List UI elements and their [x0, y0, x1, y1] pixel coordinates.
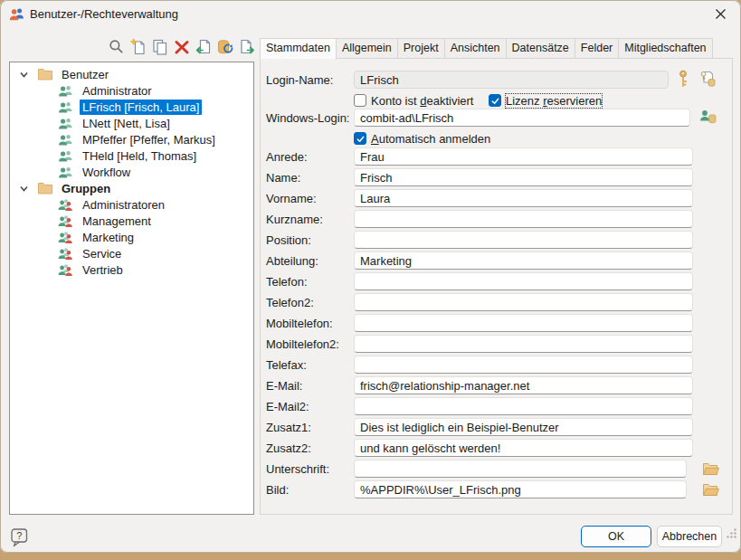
tree-users-list: Administrator LFrisch [Frisch, Laura]: [10, 82, 253, 180]
folder-icon: [38, 68, 52, 81]
user-tree: Benutzer Administrator: [9, 62, 254, 515]
search-button[interactable]: [107, 37, 126, 56]
user-icon: [58, 166, 73, 179]
check-icon: [490, 96, 500, 106]
resize-grip[interactable]: [727, 526, 736, 542]
tree-item-group[interactable]: Administratoren: [10, 196, 253, 213]
copy-user-button[interactable]: [150, 37, 169, 56]
tab[interactable]: Projekt: [397, 38, 445, 59]
tree-item-group[interactable]: Service: [10, 245, 253, 261]
unterschrift-label: Unterschrift:: [266, 462, 329, 476]
field-input[interactable]: [354, 397, 693, 415]
field-input[interactable]: [354, 335, 693, 353]
field-input[interactable]: [354, 439, 693, 457]
browse-unterschrift-button[interactable]: [700, 459, 720, 479]
tab[interactable]: Mitgliedschaften: [618, 38, 712, 59]
automatisch-anmelden-checkbox[interactable]: [354, 132, 366, 145]
tree-item-user[interactable]: Administrator: [10, 82, 253, 99]
field-label: Telefon2:: [266, 293, 354, 311]
copy-user-icon: [151, 38, 169, 56]
tree-label: Administratoren: [80, 197, 167, 213]
automatisch-anmelden-group: Automatisch anmelden: [354, 131, 490, 146]
tab[interactable]: Stammdaten: [260, 38, 337, 60]
form-row: Mobiltelefon2:: [266, 335, 693, 353]
group-icon: [58, 214, 73, 228]
group-icon: [58, 247, 73, 261]
import-button[interactable]: [194, 37, 213, 56]
close-button[interactable]: [700, 0, 741, 27]
field-input[interactable]: [354, 168, 693, 186]
password-options-button[interactable]: [698, 69, 718, 89]
user-icon: [58, 133, 73, 147]
tree-item-gruppen[interactable]: Gruppen: [10, 180, 253, 196]
bild-input[interactable]: [354, 480, 687, 498]
login-name-input: [354, 71, 669, 89]
form-row: Kurzname:: [266, 210, 693, 228]
folder-icon: [38, 182, 52, 195]
field-input[interactable]: [354, 418, 693, 436]
group-icon: [58, 231, 73, 244]
help-icon: ?: [11, 528, 28, 548]
tree-label: Benutzer: [59, 67, 111, 82]
form-row: Mobiltelefon:: [266, 314, 693, 332]
tree-item-group[interactable]: Marketing: [10, 229, 253, 245]
tree-label: Vertrieb: [80, 262, 126, 278]
form-row: Zusatz2:: [266, 439, 693, 457]
reload-icon: [216, 38, 234, 56]
konto-deaktiviert-checkbox[interactable]: [354, 94, 366, 107]
tree-item-user[interactable]: MPfeffer [Pfeffer, Markus]: [10, 131, 253, 147]
browse-bild-button[interactable]: [700, 479, 720, 499]
new-user-icon: [129, 38, 147, 56]
tree-label: Administrator: [80, 83, 155, 99]
new-user-button[interactable]: [128, 37, 147, 56]
tab[interactable]: Felder: [575, 38, 619, 59]
user-icon: [58, 117, 73, 130]
form-row: Anrede:: [266, 147, 693, 166]
export-button[interactable]: [237, 37, 256, 56]
tree-item-benutzer[interactable]: Benutzer: [10, 66, 253, 82]
field-input[interactable]: [354, 356, 693, 374]
help-button[interactable]: ?: [9, 527, 29, 548]
reload-button[interactable]: [215, 37, 234, 56]
field-input[interactable]: [354, 272, 693, 290]
tree-item-group[interactable]: Vertrieb: [10, 261, 253, 278]
field-input[interactable]: [354, 210, 693, 228]
tab[interactable]: Datensätze: [506, 38, 575, 59]
user-icon: [58, 100, 73, 114]
chevron-down-icon: [19, 184, 29, 194]
form-row: Telefax:: [266, 356, 693, 374]
field-input[interactable]: [354, 293, 693, 311]
windows-login-input[interactable]: [354, 109, 690, 127]
form-row: Telefon:: [266, 272, 693, 290]
field-input[interactable]: [354, 231, 693, 249]
delete-user-button[interactable]: [172, 37, 191, 56]
field-input[interactable]: [354, 252, 693, 270]
password-button[interactable]: [674, 69, 692, 89]
field-input[interactable]: [354, 189, 693, 207]
field-input[interactable]: [354, 147, 693, 166]
lizenz-reservieren-checkbox[interactable]: [489, 94, 501, 107]
tree-item-user[interactable]: LFrisch [Frisch, Laura]: [10, 99, 253, 115]
titlebar: Benutzer-/Rechteverwaltung: [0, 0, 741, 27]
tab[interactable]: Ansichten: [444, 38, 507, 59]
tree-item-user[interactable]: THeld [Held, Thomas]: [10, 147, 253, 164]
field-label: Abteilung:: [266, 252, 354, 270]
window-title: Benutzer-/Rechteverwaltung: [30, 7, 178, 21]
tree-item-user[interactable]: Workflow: [10, 164, 253, 180]
tree-label: Management: [80, 214, 154, 229]
cancel-button[interactable]: Abbrechen: [657, 526, 722, 547]
konto-deaktiviert-label: Konto ist deaktiviert: [371, 94, 473, 108]
tree-label: THeld [Held, Thomas]: [80, 148, 199, 164]
field-input[interactable]: [354, 314, 693, 332]
open-folder-icon: [702, 461, 719, 477]
export-icon: [238, 38, 256, 56]
ok-button[interactable]: OK: [581, 526, 651, 547]
form-row: Telefon2:: [266, 293, 693, 311]
unterschrift-input[interactable]: [354, 460, 687, 478]
tab[interactable]: Allgemein: [336, 38, 398, 59]
tree-item-group[interactable]: Management: [10, 213, 253, 229]
tree-item-user[interactable]: LNett [Nett, Lisa]: [10, 115, 253, 131]
field-input[interactable]: [354, 376, 693, 394]
delete-icon: [173, 38, 191, 56]
pick-windows-user-button[interactable]: [698, 107, 718, 127]
